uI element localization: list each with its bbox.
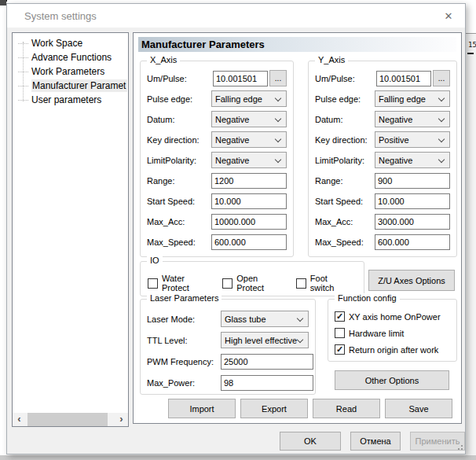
function-config-rows: ✓ XY axis home OnPower ✓ Hardware limit … xyxy=(335,308,441,358)
chevron-down-icon xyxy=(438,95,445,101)
field-row: TTL Level: High level effective xyxy=(147,332,309,348)
y-range-input[interactable] xyxy=(375,173,450,189)
field-row: Start Speed: xyxy=(315,193,450,209)
combo-value: High level effective xyxy=(225,336,297,345)
field-label: LimitPolarity: xyxy=(147,156,211,165)
field-label: Um/Pulse: xyxy=(315,74,376,83)
resize-grip[interactable] xyxy=(456,444,463,452)
action-button-row: Import Export Read Save xyxy=(168,399,452,418)
scroll-left-icon[interactable]: ‹ xyxy=(13,413,26,426)
field-label: Start Speed: xyxy=(315,197,375,206)
export-button[interactable]: Export xyxy=(240,399,308,418)
x-max-acc-input[interactable] xyxy=(211,214,287,230)
group-title: Function config xyxy=(335,293,400,303)
y-limit-polarity-select[interactable]: Negative xyxy=(375,152,450,168)
save-button[interactable]: Save xyxy=(385,399,452,418)
field-label: Laser Mode: xyxy=(147,315,221,324)
group-title: X_Axis xyxy=(147,55,180,64)
background-bottom-strip xyxy=(0,455,476,460)
checkbox-hardware-limit[interactable]: ✓ Hardware limit xyxy=(335,325,441,341)
field-row: Pulse edge: Falling edge xyxy=(147,90,287,107)
x-pulse-edge-select[interactable]: Falling edge xyxy=(211,90,287,107)
background-ruler-mark xyxy=(0,0,6,6)
chevron-down-icon xyxy=(297,315,303,322)
sidebar-item-manufacturer-parameters[interactable]: Manufacturer Paramet xyxy=(13,79,128,93)
tree-item-label: Work Parameters xyxy=(31,66,104,77)
chevron-down-icon xyxy=(275,136,281,142)
sidebar-item-work-space[interactable]: Work Space xyxy=(13,36,128,50)
combo-value: Negative xyxy=(215,115,249,124)
y-datum-select[interactable]: Negative xyxy=(375,111,450,127)
y-max-speed-input[interactable] xyxy=(375,234,450,250)
field-row: PWM Frequency: xyxy=(147,353,309,370)
field-label: Max_Power: xyxy=(147,378,221,388)
pwm-frequency-input[interactable] xyxy=(221,354,313,370)
y-start-speed-input[interactable] xyxy=(375,193,450,209)
checkbox-box: ✓ xyxy=(222,278,233,289)
y-max-acc-input[interactable] xyxy=(375,214,450,230)
max-power-input[interactable] xyxy=(221,375,313,391)
checkbox-box: ✓ xyxy=(148,278,158,289)
system-settings-dialog: System settings ✕ Work Space Advance Fun… xyxy=(6,3,466,454)
sidebar-item-work-parameters[interactable]: Work Parameters xyxy=(13,64,128,79)
chevron-down-icon xyxy=(438,156,445,163)
screen: 15 System settings ✕ Work Space Advance … xyxy=(0,0,476,460)
field-label: PWM Frequency: xyxy=(147,357,221,366)
field-label: Pulse edge: xyxy=(315,94,375,104)
y-pulse-edge-select[interactable]: Falling edge xyxy=(375,90,450,107)
field-label: Max_Speed: xyxy=(147,237,211,247)
sidebar-item-user-parameters[interactable]: User parameters xyxy=(13,93,128,107)
x-start-speed-input[interactable] xyxy=(211,193,287,209)
other-options-button[interactable]: Other Options xyxy=(335,370,449,390)
scrollbar-thumb[interactable] xyxy=(27,413,108,426)
chevron-down-icon xyxy=(297,337,303,343)
laser-mode-select[interactable]: Glass tube xyxy=(221,311,309,327)
read-button[interactable]: Read xyxy=(313,399,380,418)
tree-horizontal-scrollbar[interactable]: ‹ › xyxy=(13,413,128,426)
import-button[interactable]: Import xyxy=(168,399,236,418)
x-um-pulse-input[interactable] xyxy=(213,71,268,86)
y-um-pulse-more-button[interactable]: ... xyxy=(433,70,450,86)
group-title: Y_Axis xyxy=(315,55,348,64)
tree-item-label: Work Space xyxy=(31,38,82,49)
cancel-button[interactable]: Отмена xyxy=(350,432,401,451)
field-row: Datum: Negative xyxy=(315,111,450,127)
x-um-pulse-more-button[interactable]: ... xyxy=(269,70,287,86)
field-label: Max_Acc: xyxy=(147,217,211,226)
field-row: Key direction: Positive xyxy=(315,131,450,148)
x-range-input[interactable] xyxy=(211,173,287,189)
field-label: Pulse edge: xyxy=(147,94,211,104)
checkbox-foot-switch[interactable]: ✓ Foot switch xyxy=(296,274,342,293)
x-key-direction-select[interactable]: Negative xyxy=(211,131,287,148)
window-title: System settings xyxy=(24,10,97,22)
y-um-pulse-input[interactable] xyxy=(376,71,431,86)
checkbox-water-protect[interactable]: ✓ Water Protect xyxy=(148,274,201,293)
checkbox-box: ✓ xyxy=(296,278,306,289)
field-row: Start Speed: xyxy=(147,193,287,209)
combo-value: Negative xyxy=(215,135,249,145)
titlebar[interactable]: System settings ✕ xyxy=(7,4,465,28)
field-label: Key direction: xyxy=(315,135,375,145)
x-limit-polarity-select[interactable]: Negative xyxy=(211,152,287,168)
checkbox-xy-axis-home-onpower[interactable]: ✓ XY axis home OnPower xyxy=(335,308,441,325)
ttl-level-select[interactable]: High level effective xyxy=(221,332,309,348)
y-key-direction-select[interactable]: Positive xyxy=(375,131,450,148)
checkbox-return-origin-after-work[interactable]: ✓ Return origin after work xyxy=(335,341,441,358)
x-max-speed-input[interactable] xyxy=(211,234,287,250)
tree-items: Work Space Advance Functions Work Parame… xyxy=(13,33,128,107)
chevron-down-icon xyxy=(438,116,445,122)
ok-button[interactable]: OK xyxy=(280,432,341,451)
ruler-tick xyxy=(467,53,474,54)
zu-axes-options-button[interactable]: Z/U Axes Options xyxy=(368,270,455,291)
tree-item-label: Manufacturer Paramet xyxy=(31,79,127,92)
checkbox-label: Open Protect xyxy=(236,274,275,293)
combo-value: Positive xyxy=(379,135,409,145)
close-icon[interactable]: ✕ xyxy=(441,9,456,24)
sidebar-item-advance-functions[interactable]: Advance Functions xyxy=(13,50,128,64)
checkmark-icon: ✓ xyxy=(336,312,343,321)
scroll-right-icon[interactable]: › xyxy=(115,413,128,426)
x-datum-select[interactable]: Negative xyxy=(211,111,287,127)
field-row: LimitPolarity: Negative xyxy=(147,152,287,168)
checkbox-open-protect[interactable]: ✓ Open Protect xyxy=(222,274,275,293)
field-label: Um/Pulse: xyxy=(147,74,213,83)
